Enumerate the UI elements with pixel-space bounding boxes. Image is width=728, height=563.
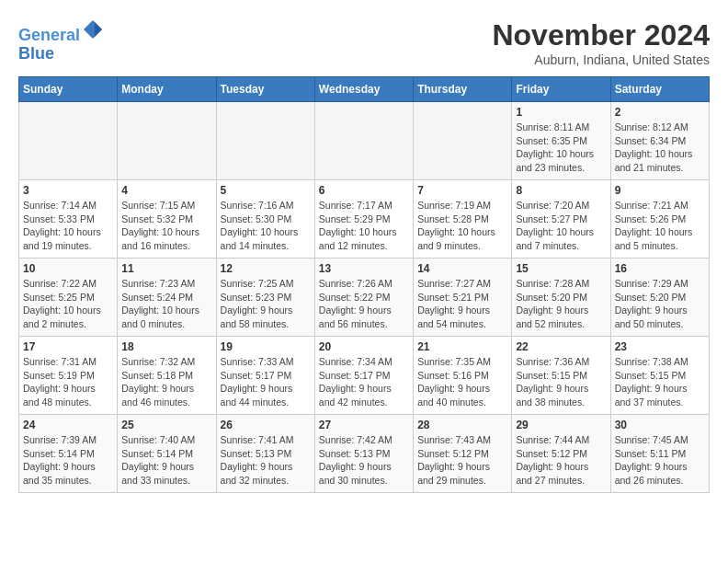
day-info: Sunrise: 7:19 AMSunset: 5:28 PMDaylight:… bbox=[417, 199, 507, 253]
day-number: 18 bbox=[121, 340, 211, 353]
day-cell: 29Sunrise: 7:44 AMSunset: 5:12 PMDayligh… bbox=[512, 415, 610, 493]
logo: General Blue bbox=[18, 18, 104, 63]
day-cell bbox=[19, 102, 118, 180]
day-info: Sunrise: 7:16 AMSunset: 5:30 PMDaylight:… bbox=[221, 199, 311, 253]
day-number: 11 bbox=[121, 262, 211, 275]
day-info: Sunrise: 7:27 AMSunset: 5:21 PMDaylight:… bbox=[417, 277, 507, 331]
day-info: Sunrise: 7:39 AMSunset: 5:14 PMDaylight:… bbox=[23, 433, 113, 488]
day-info: Sunrise: 7:26 AMSunset: 5:22 PMDaylight:… bbox=[319, 277, 409, 331]
day-cell: 19Sunrise: 7:33 AMSunset: 5:17 PMDayligh… bbox=[216, 337, 314, 415]
day-cell: 12Sunrise: 7:25 AMSunset: 5:23 PMDayligh… bbox=[216, 259, 314, 337]
day-cell bbox=[118, 102, 216, 180]
day-number: 8 bbox=[516, 184, 606, 197]
day-info: Sunrise: 7:31 AMSunset: 5:19 PMDaylight:… bbox=[23, 355, 113, 409]
day-cell: 20Sunrise: 7:34 AMSunset: 5:17 PMDayligh… bbox=[314, 337, 413, 415]
logo-text: General Blue bbox=[18, 18, 104, 63]
day-cell: 30Sunrise: 7:45 AMSunset: 5:11 PMDayligh… bbox=[610, 415, 709, 493]
day-cell: 2Sunrise: 8:12 AMSunset: 6:34 PMDaylight… bbox=[610, 102, 709, 180]
day-cell: 7Sunrise: 7:19 AMSunset: 5:28 PMDaylight… bbox=[414, 180, 512, 259]
day-cell: 6Sunrise: 7:17 AMSunset: 5:29 PMDaylight… bbox=[314, 180, 413, 259]
day-info: Sunrise: 7:28 AMSunset: 5:20 PMDaylight:… bbox=[516, 277, 606, 331]
logo-icon bbox=[82, 18, 104, 40]
day-number: 2 bbox=[615, 106, 705, 119]
week-row-2: 3Sunrise: 7:14 AMSunset: 5:33 PMDaylight… bbox=[19, 180, 710, 259]
day-cell: 17Sunrise: 7:31 AMSunset: 5:19 PMDayligh… bbox=[19, 337, 118, 415]
day-number: 22 bbox=[516, 340, 606, 353]
day-info: Sunrise: 7:20 AMSunset: 5:27 PMDaylight:… bbox=[516, 199, 606, 253]
weekday-header-saturday: Saturday bbox=[610, 77, 709, 102]
day-info: Sunrise: 7:14 AMSunset: 5:33 PMDaylight:… bbox=[23, 199, 113, 253]
day-number: 15 bbox=[516, 262, 606, 275]
day-number: 21 bbox=[417, 340, 507, 353]
day-info: Sunrise: 8:11 AMSunset: 6:35 PMDaylight:… bbox=[516, 121, 606, 175]
day-info: Sunrise: 7:38 AMSunset: 5:15 PMDaylight:… bbox=[615, 355, 705, 409]
day-cell: 23Sunrise: 7:38 AMSunset: 5:15 PMDayligh… bbox=[610, 337, 709, 415]
weekday-header-row: SundayMondayTuesdayWednesdayThursdayFrid… bbox=[19, 77, 710, 102]
day-cell: 5Sunrise: 7:16 AMSunset: 5:30 PMDaylight… bbox=[216, 180, 314, 259]
day-cell: 10Sunrise: 7:22 AMSunset: 5:25 PMDayligh… bbox=[19, 259, 118, 337]
day-number: 23 bbox=[615, 340, 705, 353]
day-info: Sunrise: 7:29 AMSunset: 5:20 PMDaylight:… bbox=[615, 277, 705, 331]
day-number: 12 bbox=[221, 262, 311, 275]
day-cell: 27Sunrise: 7:42 AMSunset: 5:13 PMDayligh… bbox=[314, 415, 413, 493]
day-cell: 14Sunrise: 7:27 AMSunset: 5:21 PMDayligh… bbox=[414, 259, 512, 337]
day-number: 25 bbox=[121, 419, 211, 431]
day-info: Sunrise: 7:33 AMSunset: 5:17 PMDaylight:… bbox=[221, 355, 311, 409]
day-info: Sunrise: 7:42 AMSunset: 5:13 PMDaylight:… bbox=[319, 433, 409, 488]
weekday-header-sunday: Sunday bbox=[19, 77, 118, 102]
weekday-header-thursday: Thursday bbox=[414, 77, 512, 102]
day-number: 26 bbox=[221, 419, 311, 431]
day-info: Sunrise: 7:35 AMSunset: 5:16 PMDaylight:… bbox=[417, 355, 507, 409]
day-number: 19 bbox=[221, 340, 311, 353]
day-cell: 26Sunrise: 7:41 AMSunset: 5:13 PMDayligh… bbox=[216, 415, 314, 493]
day-number: 10 bbox=[23, 262, 113, 275]
logo-blue: Blue bbox=[18, 44, 54, 63]
day-cell: 3Sunrise: 7:14 AMSunset: 5:33 PMDaylight… bbox=[19, 180, 118, 259]
day-cell: 18Sunrise: 7:32 AMSunset: 5:18 PMDayligh… bbox=[118, 337, 216, 415]
day-number: 13 bbox=[319, 262, 409, 275]
weekday-header-tuesday: Tuesday bbox=[216, 77, 314, 102]
logo-general: General bbox=[18, 26, 80, 44]
day-cell: 8Sunrise: 7:20 AMSunset: 5:27 PMDaylight… bbox=[512, 180, 610, 259]
day-info: Sunrise: 7:15 AMSunset: 5:32 PMDaylight:… bbox=[121, 199, 211, 253]
week-row-5: 24Sunrise: 7:39 AMSunset: 5:14 PMDayligh… bbox=[19, 415, 710, 493]
week-row-4: 17Sunrise: 7:31 AMSunset: 5:19 PMDayligh… bbox=[19, 337, 710, 415]
day-info: Sunrise: 7:45 AMSunset: 5:11 PMDaylight:… bbox=[615, 433, 705, 488]
weekday-header-wednesday: Wednesday bbox=[314, 77, 413, 102]
day-cell: 13Sunrise: 7:26 AMSunset: 5:22 PMDayligh… bbox=[314, 259, 413, 337]
day-cell: 22Sunrise: 7:36 AMSunset: 5:15 PMDayligh… bbox=[512, 337, 610, 415]
day-info: Sunrise: 7:17 AMSunset: 5:29 PMDaylight:… bbox=[319, 199, 409, 253]
day-info: Sunrise: 7:43 AMSunset: 5:12 PMDaylight:… bbox=[417, 433, 507, 488]
day-info: Sunrise: 8:12 AMSunset: 6:34 PMDaylight:… bbox=[615, 121, 705, 175]
day-cell: 9Sunrise: 7:21 AMSunset: 5:26 PMDaylight… bbox=[610, 180, 709, 259]
day-info: Sunrise: 7:34 AMSunset: 5:17 PMDaylight:… bbox=[319, 355, 409, 409]
day-cell: 15Sunrise: 7:28 AMSunset: 5:20 PMDayligh… bbox=[512, 259, 610, 337]
day-info: Sunrise: 7:23 AMSunset: 5:24 PMDaylight:… bbox=[121, 277, 211, 331]
day-cell: 21Sunrise: 7:35 AMSunset: 5:16 PMDayligh… bbox=[414, 337, 512, 415]
day-number: 30 bbox=[615, 419, 705, 431]
day-info: Sunrise: 7:32 AMSunset: 5:18 PMDaylight:… bbox=[121, 355, 211, 409]
title-section: November 2024 Auburn, Indiana, United St… bbox=[492, 18, 710, 67]
day-number: 5 bbox=[221, 184, 311, 197]
week-row-1: 1Sunrise: 8:11 AMSunset: 6:35 PMDaylight… bbox=[19, 102, 710, 180]
day-number: 6 bbox=[319, 184, 409, 197]
day-number: 1 bbox=[516, 106, 606, 119]
day-info: Sunrise: 7:44 AMSunset: 5:12 PMDaylight:… bbox=[516, 433, 606, 488]
day-info: Sunrise: 7:41 AMSunset: 5:13 PMDaylight:… bbox=[221, 433, 311, 488]
day-cell: 24Sunrise: 7:39 AMSunset: 5:14 PMDayligh… bbox=[19, 415, 118, 493]
day-cell bbox=[414, 102, 512, 180]
day-number: 14 bbox=[417, 262, 507, 275]
day-number: 17 bbox=[23, 340, 113, 353]
day-number: 4 bbox=[121, 184, 211, 197]
day-number: 9 bbox=[615, 184, 705, 197]
day-cell: 4Sunrise: 7:15 AMSunset: 5:32 PMDaylight… bbox=[118, 180, 216, 259]
header: General Blue November 2024 Auburn, India… bbox=[18, 18, 710, 67]
day-info: Sunrise: 7:40 AMSunset: 5:14 PMDaylight:… bbox=[121, 433, 211, 488]
weekday-header-monday: Monday bbox=[118, 77, 216, 102]
day-number: 29 bbox=[516, 419, 606, 431]
day-number: 28 bbox=[417, 419, 507, 431]
day-number: 20 bbox=[319, 340, 409, 353]
day-number: 3 bbox=[23, 184, 113, 197]
day-cell: 16Sunrise: 7:29 AMSunset: 5:20 PMDayligh… bbox=[610, 259, 709, 337]
day-info: Sunrise: 7:21 AMSunset: 5:26 PMDaylight:… bbox=[615, 199, 705, 253]
